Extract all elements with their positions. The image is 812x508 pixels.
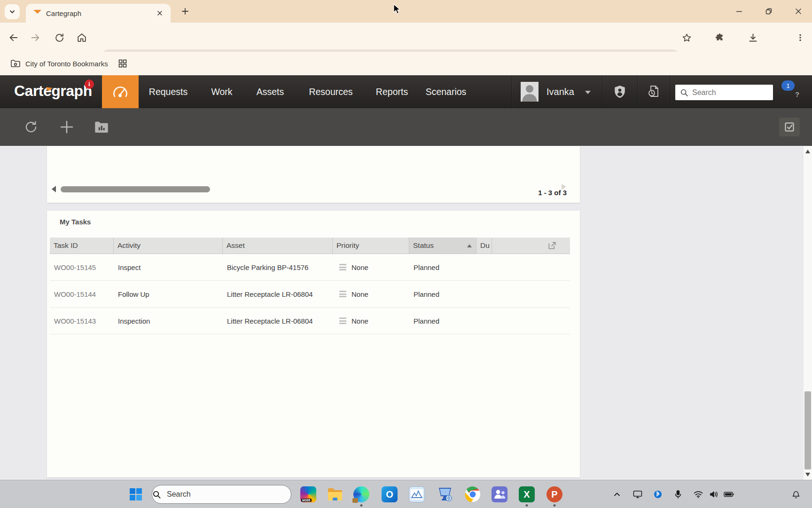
recent-activity-button[interactable] <box>640 75 668 108</box>
tray-volume-icon[interactable] <box>710 480 718 508</box>
taskbar-teams[interactable] <box>492 480 508 508</box>
col-header-priority[interactable]: Priority <box>333 238 409 254</box>
home-icon <box>77 32 87 43</box>
new-tab-button[interactable] <box>179 5 191 17</box>
my-tasks-toggle-button[interactable] <box>779 118 800 136</box>
browser-tab[interactable]: Cartegraph <box>26 4 171 23</box>
reload-button[interactable] <box>52 31 66 45</box>
admin-shield-button[interactable] <box>606 75 634 108</box>
cell-status: Planned <box>409 281 476 307</box>
tray-wifi-icon[interactable] <box>694 480 703 508</box>
tray-microphone-icon[interactable] <box>675 480 681 508</box>
page-content: 1 - 3 of 3 My Tasks Task ID Activity Ass… <box>0 146 812 480</box>
cell-task-id[interactable]: WO00-15145 <box>50 254 114 280</box>
outlook-icon: O <box>382 486 398 502</box>
home-button[interactable] <box>75 31 89 45</box>
my-tasks-body: WO00-15145 Inspect Bicycle Parking BP-41… <box>50 254 570 334</box>
nav-requests[interactable]: Requests <box>149 75 187 108</box>
bookmark-star-button[interactable] <box>679 31 694 45</box>
m365-copilot-icon: M365 <box>300 486 316 502</box>
taskbar-chrome[interactable] <box>465 480 481 508</box>
notification-center-icon[interactable] <box>792 480 800 508</box>
priority-value: None <box>351 263 368 271</box>
table-row[interactable]: WO00-15143 Inspection Litter Receptacle … <box>50 308 570 334</box>
hscroll-left-arrow[interactable] <box>52 186 56 192</box>
hscroll-thumb[interactable] <box>61 186 210 192</box>
cell-task-id[interactable]: WO00-15144 <box>50 281 114 307</box>
global-search-input[interactable] <box>692 88 763 97</box>
nav-resources[interactable]: Resources <box>309 75 352 108</box>
col-header-activity[interactable]: Activity <box>114 238 223 254</box>
browser-menu-button[interactable] <box>793 31 807 45</box>
managed-bookmarks-folder-icon[interactable] <box>10 59 21 68</box>
extensions-button[interactable] <box>712 31 726 45</box>
page-scrollbar[interactable] <box>804 146 812 480</box>
add-button[interactable] <box>53 108 81 146</box>
nav-work[interactable]: Work <box>211 75 232 108</box>
my-tasks-header-row: Task ID Activity Asset Priority Status D… <box>50 238 570 254</box>
col-header-status[interactable]: Status <box>409 238 476 254</box>
tray-battery-icon[interactable] <box>724 480 734 508</box>
pagination-range: 1 - 3 of 3 <box>538 189 567 197</box>
help-button[interactable]: ? <box>791 88 804 101</box>
taskbar-photos[interactable] <box>409 480 425 508</box>
bookmarks-apps-grid-icon[interactable] <box>118 59 127 68</box>
cell-activity: Inspect <box>114 254 223 280</box>
taskbar-outlook[interactable]: O <box>382 480 398 508</box>
col-header-task-id[interactable]: Task ID <box>50 238 114 254</box>
tray-display-icon[interactable] <box>633 480 642 508</box>
user-menu-caret-icon[interactable] <box>585 91 591 94</box>
puzzle-icon <box>715 33 725 43</box>
notification-count-badge: 1 <box>781 80 795 91</box>
window-restore-button[interactable] <box>758 2 779 21</box>
taskbar-m365-copilot[interactable]: M365 <box>300 480 316 508</box>
open-external-icon[interactable] <box>547 241 557 250</box>
table-row[interactable]: WO00-15145 Inspect Bicycle Parking BP-41… <box>50 254 570 281</box>
col-header-due[interactable]: Du <box>476 238 492 254</box>
global-search[interactable] <box>675 85 773 100</box>
bookmarks-folder-label[interactable]: City of Toronto Bookmarks <box>25 60 108 68</box>
table-row[interactable]: WO00-15144 Follow Up Litter Receptacle L… <box>50 281 570 308</box>
logo-accent-mark <box>46 87 53 91</box>
refresh-icon <box>24 120 38 134</box>
tab-search-button[interactable] <box>5 4 20 19</box>
tab-close-icon[interactable] <box>156 9 164 17</box>
user-name[interactable]: Ivanka <box>547 75 574 108</box>
shield-user-icon <box>614 85 626 98</box>
refresh-button[interactable] <box>17 108 45 146</box>
forward-button[interactable] <box>28 31 42 45</box>
cell-priority: None <box>333 308 409 334</box>
window-minimize-button[interactable] <box>729 2 750 21</box>
reports-library-button[interactable] <box>87 108 116 146</box>
scroll-up-arrow[interactable] <box>805 150 810 153</box>
col-header-filler <box>492 238 570 254</box>
desktop: Cartegraph <box>0 0 812 508</box>
col-header-asset[interactable]: Asset <box>223 238 333 254</box>
tray-show-hidden-icons[interactable] <box>614 480 620 508</box>
chrome-icon <box>465 486 481 502</box>
running-indicator-dot <box>360 504 363 507</box>
taskbar-search[interactable]: Search <box>152 485 291 504</box>
start-button[interactable] <box>129 480 142 508</box>
running-indicator-dot <box>526 504 528 507</box>
taskbar-remote-desktop[interactable] <box>437 480 453 508</box>
nav-assets[interactable]: Assets <box>257 75 284 108</box>
user-avatar[interactable] <box>521 82 539 102</box>
chevron-up-icon <box>614 492 620 497</box>
back-button[interactable] <box>7 31 21 45</box>
tray-bluetooth-icon[interactable] <box>654 480 662 508</box>
taskbar-file-explorer[interactable] <box>327 480 343 508</box>
dashboard-widget: 1 - 3 of 3 <box>47 146 580 203</box>
cell-activity: Inspection <box>114 308 223 334</box>
cell-task-id[interactable]: WO00-15143 <box>50 308 114 334</box>
star-icon <box>682 33 692 43</box>
scrollbar-thumb[interactable] <box>804 391 811 469</box>
cell-due <box>476 281 492 307</box>
powerpoint-icon: P <box>547 486 562 502</box>
scroll-down-arrow[interactable] <box>805 473 810 476</box>
window-close-button[interactable] <box>788 2 809 21</box>
nav-scenarios[interactable]: Scenarios <box>426 75 467 108</box>
nav-reports[interactable]: Reports <box>376 75 408 108</box>
downloads-button[interactable] <box>746 31 760 45</box>
nav-home-dashboard-active[interactable] <box>102 75 139 108</box>
